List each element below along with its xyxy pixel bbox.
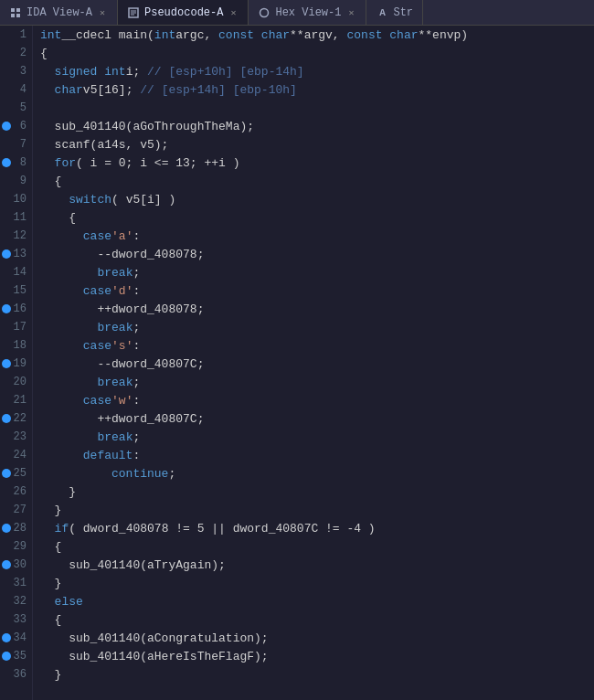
line-number: 33	[14, 613, 27, 626]
line-num-row: 23	[0, 428, 32, 446]
line-number: 36	[14, 668, 27, 681]
breakpoint-dot	[2, 633, 11, 642]
svg-rect-1	[16, 8, 20, 12]
code-area: 1234567891011121314151617181920212223242…	[0, 26, 594, 700]
line-num-row: 5	[0, 99, 32, 117]
line-number: 6	[20, 120, 27, 133]
line-num-row: 29	[0, 537, 32, 556]
line-num-row: 26	[0, 483, 32, 501]
code-line: }	[40, 483, 594, 501]
line-number: 24	[14, 449, 27, 461]
breakpoint-dot	[2, 652, 11, 661]
code-line: }	[40, 501, 594, 519]
str-icon: A	[376, 6, 388, 19]
code-line: {	[40, 44, 594, 62]
line-number: 15	[14, 284, 27, 297]
ida-view-icon	[9, 6, 22, 19]
code-line: case 'd':	[40, 281, 594, 300]
line-num-row: 14	[0, 263, 32, 281]
code-line: scanf(a14s, v5);	[40, 135, 594, 154]
line-num-row: 11	[0, 208, 32, 227]
tab-str[interactable]: A Str	[366, 0, 423, 25]
code-line: ++dword_408078;	[40, 300, 594, 318]
tab-ida-view-close[interactable]: ✕	[97, 7, 108, 18]
code-line: {	[40, 208, 594, 227]
line-num-row: 30	[0, 556, 32, 574]
code-line: case 'w':	[40, 391, 594, 409]
code-line: signed int i; // [esp+10h] [ebp-14h]	[40, 62, 594, 80]
line-number: 9	[20, 175, 27, 187]
tab-hex-view-close[interactable]: ✕	[345, 7, 356, 18]
line-num-row: 18	[0, 336, 32, 355]
line-number: 4	[20, 83, 27, 96]
line-number: 31	[14, 577, 27, 589]
tab-bar: IDA View-A ✕ Pseudocode-A ✕ Hex View-1 ✕…	[0, 0, 594, 26]
tab-pseudocode-close[interactable]: ✕	[228, 7, 239, 18]
line-number: 12	[14, 229, 27, 242]
code-line: {	[40, 172, 594, 190]
tab-str-label: Str	[393, 6, 413, 19]
code-line: }	[40, 574, 594, 592]
line-num-row: 36	[0, 665, 32, 684]
line-number: 17	[14, 321, 27, 334]
line-number: 5	[20, 101, 27, 114]
line-number: 22	[14, 412, 27, 425]
code-line: {	[40, 537, 594, 556]
line-num-row: 17	[0, 318, 32, 336]
code-line: int __cdecl main(int argc, const char **…	[40, 26, 594, 44]
tab-ida-view[interactable]: IDA View-A ✕	[0, 0, 118, 25]
line-number: 32	[14, 595, 27, 608]
breakpoint-dot	[2, 359, 11, 368]
line-num-row: 7	[0, 135, 32, 154]
code-line: sub_401140(aCongratulation);	[40, 629, 594, 647]
line-number: 25	[14, 467, 27, 480]
line-num-row: 15	[0, 281, 32, 300]
code-line: case 'a':	[40, 227, 594, 245]
breakpoint-dot	[2, 414, 11, 423]
line-num-row: 2	[0, 44, 32, 62]
line-num-row: 20	[0, 373, 32, 391]
line-number: 30	[14, 558, 27, 571]
breakpoint-dot	[2, 469, 11, 478]
svg-rect-3	[16, 14, 20, 17]
pseudocode-icon	[127, 6, 140, 19]
tab-pseudocode[interactable]: Pseudocode-A ✕	[118, 0, 249, 25]
line-number: 11	[14, 211, 27, 224]
line-num-row: 4	[0, 80, 32, 99]
line-numbers: 1234567891011121314151617181920212223242…	[0, 26, 33, 700]
line-num-row: 22	[0, 409, 32, 428]
code-line: {	[40, 610, 594, 629]
breakpoint-dot	[2, 304, 11, 313]
line-number: 1	[20, 28, 27, 41]
line-number: 23	[14, 430, 27, 443]
line-num-row: 28	[0, 519, 32, 537]
line-num-row: 12	[0, 227, 32, 245]
code-line: default:	[40, 446, 594, 464]
line-number: 18	[14, 339, 27, 352]
line-number: 2	[20, 47, 27, 59]
line-num-row: 27	[0, 501, 32, 519]
code-line: else	[40, 592, 594, 610]
line-num-row: 9	[0, 172, 32, 190]
code-line: }	[40, 665, 594, 684]
line-number: 27	[14, 504, 27, 516]
tab-ida-view-label: IDA View-A	[27, 6, 92, 19]
line-number: 13	[14, 248, 27, 260]
hex-view-icon	[258, 6, 270, 19]
svg-point-8	[260, 8, 269, 16]
line-num-row: 6	[0, 117, 32, 135]
code-line: sub_401140(aGoThroughTheMa);	[40, 117, 594, 135]
line-num-row: 35	[0, 647, 32, 665]
line-num-row: 32	[0, 592, 32, 610]
line-num-row: 25	[0, 464, 32, 483]
tab-hex-view[interactable]: Hex View-1 ✕	[249, 0, 366, 25]
tab-pseudocode-label: Pseudocode-A	[144, 6, 223, 19]
breakpoint-dot	[2, 249, 11, 259]
tab-hex-view-label: Hex View-1	[275, 6, 341, 19]
line-num-row: 33	[0, 610, 32, 629]
code-line: for ( i = 0; i <= 13; ++i )	[40, 154, 594, 172]
code-line: --dword_40807C;	[40, 355, 594, 373]
line-num-row: 10	[0, 190, 32, 208]
line-number: 8	[20, 156, 27, 169]
code-line: break;	[40, 428, 594, 446]
